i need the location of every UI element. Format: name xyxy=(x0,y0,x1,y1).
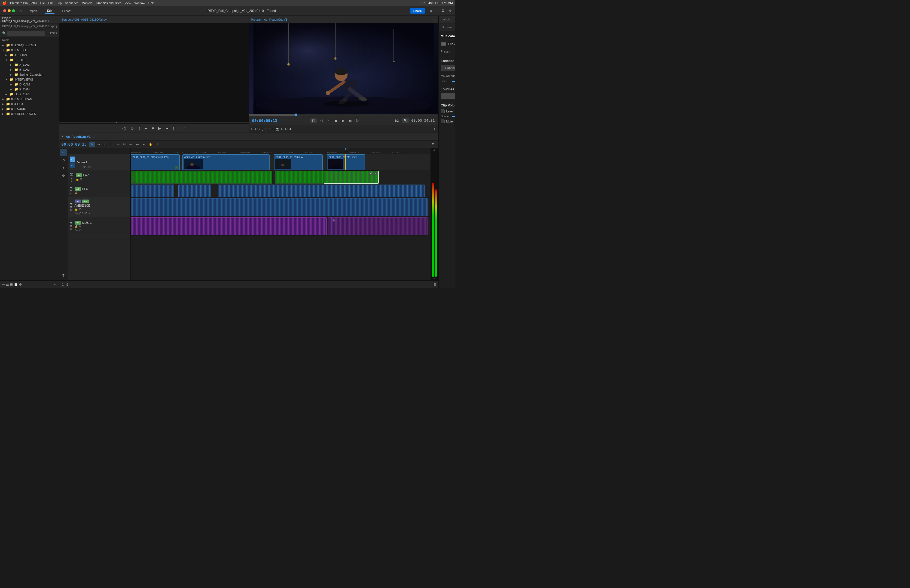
step-fwd-btn[interactable]: ⏭ xyxy=(348,118,353,123)
video-clip-3[interactable]: A001_A006_081593.mov xyxy=(274,154,323,170)
mute-icon[interactable]: ⊙ xyxy=(66,283,69,286)
menu-window[interactable]: Window xyxy=(134,2,145,5)
list-item[interactable]: ▶ 📁 D_CAM xyxy=(0,82,59,87)
audio-clip-sfx-3[interactable] xyxy=(218,184,425,197)
v1-visibility-icon[interactable]: 👁 xyxy=(83,165,86,168)
tab-lumetri[interactable]: Lumetri Color xyxy=(453,17,455,22)
audio-clip-music-2[interactable]: 🎵 fx xyxy=(328,217,427,235)
step-back-btn[interactable]: ⏮ xyxy=(327,118,331,123)
a1-lock-icon[interactable]: 🔒 xyxy=(76,178,79,181)
audio-clip-lav-2[interactable] xyxy=(275,171,324,184)
extract-icon[interactable]: ⤷ xyxy=(272,127,274,131)
rate-stretch-tool[interactable]: ⇔ xyxy=(115,142,121,147)
close-window-button[interactable] xyxy=(3,9,6,12)
a2-camera-icon[interactable]: 📷 xyxy=(70,186,73,189)
a4-mute-btn[interactable]: M xyxy=(70,225,72,227)
a4-solo-btn[interactable]: S xyxy=(70,228,72,230)
level-slider[interactable] xyxy=(452,116,455,117)
mix-amount-slider[interactable] xyxy=(452,81,455,82)
timeline-tracks[interactable]: 3:00:07:00 3:00:07:06 3:00:07:12 3:00:07… xyxy=(131,148,430,280)
menu-view[interactable]: View xyxy=(125,2,131,5)
list-item[interactable]: ▶ 📁 004 GFX xyxy=(0,102,59,107)
a4-camera-icon[interactable]: 📷 xyxy=(70,222,73,224)
audio-clip-lav-1[interactable]: fx xyxy=(131,171,272,184)
track-select-all-tool[interactable]: ↖ xyxy=(60,149,67,156)
video-clip-2[interactable]: A001_A011_0815V.mov xyxy=(183,154,270,170)
program-monitor-options[interactable]: ≡ xyxy=(434,18,436,21)
overwrite-button[interactable]: ⤴ xyxy=(183,126,186,130)
maximize-window-button[interactable] xyxy=(12,9,15,12)
stop-button[interactable]: ■ xyxy=(150,126,155,131)
a2-mute-btn[interactable]: M xyxy=(70,189,72,192)
a4-type-btn[interactable]: A4 xyxy=(74,221,81,225)
a3-camera-icon[interactable]: 📷 xyxy=(70,203,73,205)
pen-tool[interactable]: ✒ xyxy=(141,142,147,147)
v1-enable-icon[interactable]: ▷ xyxy=(89,165,91,168)
a1-solo-btn[interactable]: S xyxy=(71,180,72,182)
menu-app[interactable]: Premiere Pro (Beta) xyxy=(10,2,37,5)
selection-tool[interactable]: ↖ xyxy=(89,142,95,147)
ripple-edit-tool[interactable]: [|] xyxy=(102,142,108,147)
a1-patch-btn[interactable]: M xyxy=(71,177,73,179)
list-item[interactable]: ▼ 📁 002 MEDIA xyxy=(0,48,59,53)
step-forward-button[interactable]: ⏭ xyxy=(165,126,170,131)
type-tool[interactable]: T xyxy=(155,142,160,147)
mark-out-btn[interactable]: |▷ xyxy=(356,118,360,123)
icon-view-icon[interactable]: ⊞ xyxy=(10,283,13,286)
fit-timeline-icon[interactable]: ⊞ xyxy=(433,283,436,286)
a1-type-btn[interactable]: A1 xyxy=(76,173,82,177)
safe-margins-icon[interactable]: ⊡ xyxy=(285,127,288,131)
menu-edit[interactable]: Edit xyxy=(48,2,53,5)
list-item[interactable]: ▶ 📁 ARCHIVAL xyxy=(0,53,59,57)
mark-in-button[interactable]: ◁| xyxy=(121,126,128,131)
source-progress-bar[interactable] xyxy=(59,122,249,123)
snap-tool[interactable]: ⊙ xyxy=(60,172,67,179)
audio-clip-lav-selected[interactable]: 🔊 fx xyxy=(324,171,378,184)
workspace-export[interactable]: Export xyxy=(59,8,74,13)
list-item[interactable]: ▶ 📁 Spring_Campaign xyxy=(0,72,59,77)
zoom-dropdown[interactable]: 🔍 xyxy=(402,118,409,123)
subtab-browse[interactable]: Browse xyxy=(441,25,453,29)
a3-type-btn[interactable]: A1 xyxy=(74,200,81,204)
a4-nav-right[interactable]: ▷ xyxy=(80,229,82,232)
mark-in-btn[interactable]: ◁| xyxy=(319,118,324,123)
list-item[interactable]: ▶ 📁 A_CAM xyxy=(0,62,59,67)
a3-solo-btn[interactable]: S xyxy=(70,209,72,211)
panels-icon[interactable]: ☰ xyxy=(442,9,444,13)
source-monitor-options[interactable]: ≡ xyxy=(244,18,246,21)
step-back-button[interactable]: ⏮ xyxy=(143,126,149,131)
mute-checkbox[interactable] xyxy=(441,120,444,123)
a4-mic-icon[interactable]: 🎙 xyxy=(79,225,81,228)
a2-solo-btn[interactable]: S xyxy=(70,192,72,195)
overwrite-icon[interactable]: ⤵ xyxy=(265,128,267,131)
a3-lock-icon[interactable]: 🔒 xyxy=(74,208,78,211)
a3-mic-icon[interactable]: 🎙 xyxy=(79,208,81,211)
workspace-import[interactable]: Import xyxy=(26,8,40,13)
menu-file[interactable]: File xyxy=(40,2,45,5)
metadata-icon[interactable]: 📋 xyxy=(14,283,18,286)
v1-lock-icon[interactable]: ◁ xyxy=(86,165,89,168)
v1-sync-btn[interactable]: V1 xyxy=(70,157,75,162)
tools-icon[interactable]: ⊙ xyxy=(251,127,254,131)
a4-nav-left[interactable]: ◁ xyxy=(78,229,79,232)
level-checkbox[interactable] xyxy=(441,110,444,113)
new-bin-icon[interactable]: ✏ xyxy=(2,282,5,287)
audio-clip-sfx-2[interactable] xyxy=(178,184,211,197)
slide-tool[interactable]: ⊷ xyxy=(134,142,141,147)
multicam-icon[interactable]: ⊞ xyxy=(281,127,283,131)
menu-help[interactable]: Help xyxy=(149,2,155,5)
video-clip-4[interactable]: A001_A013_0815FN.mov xyxy=(327,154,365,170)
search-input[interactable] xyxy=(7,31,45,36)
home-button[interactable]: ⌂ xyxy=(19,9,21,13)
playback-icon[interactable]: {} xyxy=(262,128,263,131)
settings-btn[interactable]: ⚙ xyxy=(430,142,436,147)
solo-icon[interactable]: ⊙ xyxy=(61,283,64,286)
sync-lock-tool[interactable]: ↕ xyxy=(60,165,67,171)
track-select-tool[interactable]: ⇒ xyxy=(95,142,102,147)
menu-markers[interactable]: Markers xyxy=(82,2,92,5)
list-item[interactable]: ▼ 📁 INTERVIEWS xyxy=(0,77,59,82)
slip-tool[interactable]: ⊸ xyxy=(128,142,134,147)
enhance-button[interactable]: Enhance xyxy=(441,65,455,71)
list-item[interactable]: ▶ 📁 B_CAM xyxy=(0,67,59,72)
audio-clip-sfx-1[interactable] xyxy=(131,184,174,197)
